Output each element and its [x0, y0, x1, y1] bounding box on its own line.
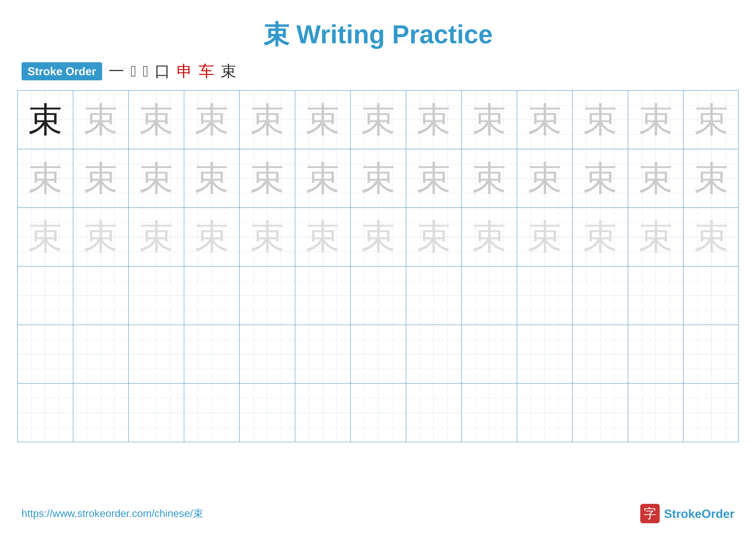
grid-cell[interactable]: 束 — [18, 208, 73, 266]
title-char: 束 — [263, 20, 289, 49]
grid-cell[interactable]: 束 — [517, 91, 573, 149]
grid-cell[interactable] — [184, 267, 240, 325]
grid-cell[interactable] — [73, 325, 129, 383]
grid-cell[interactable]: 束 — [462, 91, 517, 149]
grid-cell[interactable] — [240, 325, 295, 383]
grid-cell[interactable]: 束 — [684, 91, 739, 149]
grid-cell[interactable]: 束 — [295, 91, 351, 149]
grid-cell[interactable] — [18, 384, 73, 442]
grid-cell[interactable]: 束 — [406, 208, 462, 266]
grid-cell[interactable] — [18, 325, 73, 383]
page-title: 束 Writing Practice — [0, 0, 756, 52]
strokeorder-icon: 字 — [640, 504, 660, 523]
grid-cell[interactable] — [406, 267, 462, 325]
footer-url: https://www.strokeorder.com/chinese/束 — [21, 507, 203, 521]
grid-cell[interactable]: 束 — [406, 91, 462, 149]
grid-cell[interactable] — [684, 325, 739, 383]
grid-cell[interactable]: 束 — [240, 208, 295, 266]
stroke-step-5: 申 — [177, 61, 192, 82]
grid-cell[interactable]: 束 — [240, 91, 295, 149]
grid-cell[interactable]: 束 — [573, 149, 628, 207]
grid-cell[interactable]: 束 — [517, 208, 573, 266]
grid-cell[interactable] — [351, 384, 406, 442]
grid-cell[interactable]: 束 — [240, 149, 295, 207]
stroke-step-7: 束 — [221, 61, 236, 82]
grid-cell[interactable]: 束 — [184, 91, 240, 149]
grid-cell[interactable]: 束 — [295, 149, 351, 207]
grid-cell[interactable] — [517, 325, 573, 383]
grid-cell[interactable] — [129, 384, 184, 442]
grid-cell[interactable] — [240, 384, 295, 442]
stroke-order-badge: Stroke Order — [21, 62, 102, 80]
grid-cell[interactable]: 束 — [18, 91, 73, 149]
grid-cell[interactable] — [129, 267, 184, 325]
grid-cell[interactable] — [628, 384, 684, 442]
grid-row-4 — [18, 267, 738, 325]
grid-cell[interactable] — [73, 384, 129, 442]
grid-cell[interactable]: 束 — [628, 149, 684, 207]
grid-row-1: 束 束 束 束 束 束 束 — [18, 91, 738, 149]
grid-cell[interactable]: 束 — [184, 208, 240, 266]
grid-cell[interactable] — [18, 267, 73, 325]
grid-cell[interactable] — [684, 267, 739, 325]
grid-cell[interactable]: 束 — [129, 208, 184, 266]
footer-logo-text: StrokeOrder — [664, 507, 735, 521]
grid-cell[interactable]: 束 — [462, 208, 517, 266]
grid-cell[interactable]: 束 — [573, 208, 628, 266]
grid-cell[interactable]: 束 — [73, 208, 129, 266]
grid-cell[interactable] — [628, 267, 684, 325]
stroke-step-6: 车 — [199, 61, 214, 82]
grid-cell[interactable]: 束 — [351, 91, 406, 149]
grid-cell[interactable]: 束 — [517, 149, 573, 207]
grid-cell[interactable] — [462, 325, 517, 383]
grid-cell[interactable] — [517, 384, 573, 442]
grid-row-2: 束 束 束 束 束 束 束 — [18, 149, 738, 208]
stroke-order-row: Stroke Order 一 𠃍 𠃊 口 申 车 束 — [0, 61, 756, 82]
grid-cell[interactable] — [573, 267, 628, 325]
grid-cell[interactable]: 束 — [295, 208, 351, 266]
stroke-step-4: 口 — [155, 61, 170, 82]
grid-row-5 — [18, 325, 738, 384]
grid-cell[interactable] — [573, 384, 628, 442]
grid-cell[interactable]: 束 — [351, 149, 406, 207]
grid-cell[interactable]: 束 — [406, 149, 462, 207]
stroke-step-1: 一 — [109, 61, 124, 82]
grid-cell[interactable] — [406, 384, 462, 442]
footer: https://www.strokeorder.com/chinese/束 字 … — [0, 504, 756, 523]
grid-cell[interactable] — [351, 325, 406, 383]
practice-grid: 束 束 束 束 束 束 束 — [17, 90, 739, 442]
grid-cell[interactable] — [462, 267, 517, 325]
grid-cell[interactable] — [406, 325, 462, 383]
grid-cell[interactable] — [517, 267, 573, 325]
grid-cell[interactable] — [684, 384, 739, 442]
stroke-step-3: 𠃊 — [143, 63, 148, 80]
grid-cell[interactable] — [184, 325, 240, 383]
grid-cell[interactable]: 束 — [684, 149, 739, 207]
grid-cell[interactable] — [573, 325, 628, 383]
stroke-step-2: 𠃍 — [131, 63, 136, 80]
grid-cell[interactable]: 束 — [573, 91, 628, 149]
grid-cell[interactable] — [240, 267, 295, 325]
grid-cell[interactable]: 束 — [184, 149, 240, 207]
grid-cell[interactable]: 束 — [18, 149, 73, 207]
grid-cell[interactable]: 束 — [462, 149, 517, 207]
grid-cell[interactable] — [628, 325, 684, 383]
grid-cell[interactable] — [295, 325, 351, 383]
grid-cell[interactable] — [73, 267, 129, 325]
grid-row-6 — [18, 384, 738, 442]
grid-cell[interactable]: 束 — [351, 208, 406, 266]
grid-cell[interactable]: 束 — [129, 91, 184, 149]
grid-cell[interactable]: 束 — [73, 149, 129, 207]
grid-cell[interactable] — [295, 384, 351, 442]
grid-row-3: 束 束 束 束 束 束 束 — [18, 208, 738, 267]
grid-cell[interactable]: 束 — [73, 91, 129, 149]
grid-cell[interactable] — [184, 384, 240, 442]
grid-cell[interactable] — [295, 267, 351, 325]
grid-cell[interactable] — [351, 267, 406, 325]
grid-cell[interactable]: 束 — [628, 91, 684, 149]
grid-cell[interactable]: 束 — [129, 149, 184, 207]
grid-cell[interactable] — [462, 384, 517, 442]
grid-cell[interactable] — [129, 325, 184, 383]
grid-cell[interactable]: 束 — [684, 208, 739, 266]
grid-cell[interactable]: 束 — [628, 208, 684, 266]
